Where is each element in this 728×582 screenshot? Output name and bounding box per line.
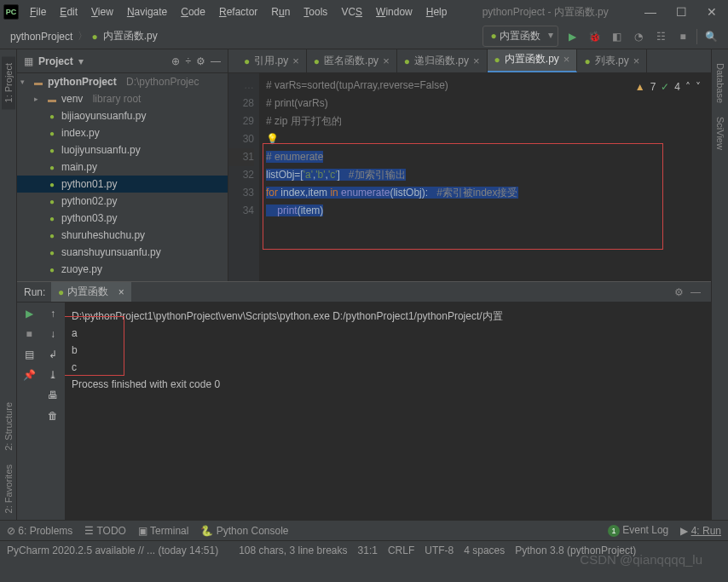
breadcrumb-file[interactable]: 内置函数.py [101,27,159,45]
expand-all-icon[interactable]: ÷ [185,55,191,67]
menu-navigate[interactable]: Navigate [121,3,173,20]
print-button[interactable]: 🖶 [48,389,58,401]
close-icon[interactable]: × [473,55,480,67]
status-chars: 108 chars, 3 line breaks [239,545,347,556]
minimize-button[interactable]: — [638,3,663,20]
menu-view[interactable]: View [85,3,119,20]
hide-panel-icon[interactable]: — [687,284,704,301]
breadcrumb-project[interactable]: pythonProject [9,29,74,44]
concurrency-button[interactable]: ☷ [652,28,669,45]
wrap-button[interactable]: ↲ [49,349,57,360]
tree-root[interactable]: ▾▬ pythonProject D:\pythonProjec [17,73,228,90]
tab-sciview[interactable]: SciView [714,110,727,157]
python-file-icon: ● [46,110,58,122]
bulb-icon[interactable]: 💡 [266,133,279,145]
tab-project[interactable]: 1: Project [2,56,15,109]
stop-button[interactable]: ■ [26,328,32,340]
menu-code[interactable]: Code [175,3,211,20]
breadcrumb: pythonProject 〉 ● 内置函数.py [9,27,159,45]
bottom-toolbar: ⊘ 6: Problems ☰ TODO ▣ Terminal 🐍 Python… [0,520,728,540]
menu-help[interactable]: Help [420,3,454,20]
chevron-down-icon[interactable]: ▾ [78,55,84,67]
tree-file[interactable]: ●python03.py [17,210,228,227]
close-icon[interactable]: × [118,286,124,298]
layout-button[interactable]: ▤ [25,349,34,360]
up-button[interactable]: ↑ [50,308,55,320]
run-tab[interactable]: ●内置函数 × [51,282,131,302]
menu-window[interactable]: Window [370,3,419,20]
menu-refactor[interactable]: Refactor [213,3,263,20]
editor-tab[interactable]: ●引用.py× [237,49,307,72]
coverage-button[interactable]: ◧ [608,28,625,45]
run-config-label: 内置函数 [500,30,540,42]
status-encoding[interactable]: UTF-8 [425,545,454,556]
tree-file[interactable]: ●bijiaoyunsuanfu.py [17,107,228,124]
tab-database[interactable]: Database [714,56,727,110]
menu-edit[interactable]: Edit [54,3,84,20]
tree-file[interactable]: ●index.py [17,124,228,141]
profile-button[interactable]: ◔ [630,28,647,45]
status-interpreter[interactable]: Python 3.8 (pythonProject) [515,545,636,556]
project-tree[interactable]: ▾▬ pythonProject D:\pythonProjec ▸▬ venv… [17,73,228,281]
tree-file-selected[interactable]: ●python01.py [17,176,228,193]
gear-icon[interactable]: ⚙ [196,55,205,67]
tab-run-bottom[interactable]: ▶ 4: Run [680,525,721,537]
editor-tabs: ●引用.py× ●匿名函数.py× ●递归函数.py× ●内置函数.py× ●列… [228,49,711,73]
status-position[interactable]: 31:1 [358,545,378,556]
select-opened-icon[interactable]: ⊕ [171,55,180,67]
tree-venv[interactable]: ▸▬ venv library root [17,90,228,107]
event-log[interactable]: 1 Event Log [608,524,668,537]
status-message[interactable]: PyCharm 2020.2.5 available // ... (today… [7,545,218,556]
tree-file[interactable]: ●luojiyunsuanfu.py [17,141,228,158]
debug-button[interactable]: 🐞 [586,28,603,45]
status-eol[interactable]: CRLF [388,545,414,556]
close-icon[interactable]: × [633,55,640,67]
tab-todo[interactable]: ☰ TODO [84,525,126,537]
tree-file[interactable]: ●main.py [17,158,228,176]
close-icon[interactable]: × [292,55,299,67]
editor-tab-active[interactable]: ●内置函数.py× [488,49,578,72]
chevron-up-icon[interactable]: ˄ [685,78,690,96]
down-button[interactable]: ↓ [50,328,55,340]
tab-structure[interactable]: 2: Structure [2,395,15,458]
editor-tab[interactable]: ●列表.py× [577,49,647,72]
rerun-button[interactable]: ▶ [26,308,33,320]
menu-tools[interactable]: Tools [298,3,333,20]
close-icon[interactable]: × [563,53,570,66]
maximize-button[interactable]: ☐ [668,3,694,20]
stop-button[interactable]: ■ [674,28,691,45]
console-output[interactable]: D:\pythonProject1\pythonProject\venv\Scr… [65,303,711,520]
menu-file[interactable]: File [24,3,52,20]
editor-tab[interactable]: ●匿名函数.py× [307,49,397,72]
trash-button[interactable]: 🗑 [48,410,58,422]
tree-file[interactable]: ●python02.py [17,193,228,210]
python-file-icon: ● [494,54,500,66]
search-button[interactable]: 🔍 [702,28,719,45]
menu-vcs[interactable]: VCS [335,3,368,20]
python-file-icon: ● [46,161,58,173]
pin-button[interactable]: 📌 [23,369,36,381]
tree-file[interactable]: ●zuoye.py [17,261,228,278]
close-button[interactable]: ✕ [699,3,725,20]
hide-panel-icon[interactable]: — [211,55,221,67]
editor-tab[interactable]: ●递归函数.py× [397,49,488,72]
run-config-select[interactable]: ● 内置函数 [482,26,558,47]
menu-run[interactable]: Run [265,3,296,20]
tab-favorites[interactable]: 2: Favorites [2,458,15,520]
scroll-button[interactable]: ⤓ [49,369,57,381]
run-toolbar-left: ▶ ■ ▤ 📌 [17,303,41,520]
status-indent[interactable]: 4 spaces [464,545,505,556]
editor[interactable]: … 282930 31323334 # varRs=sorted(tupArra… [228,73,711,281]
tab-python-console[interactable]: 🐍 Python Console [200,525,288,537]
tab-terminal[interactable]: ▣ Terminal [138,525,188,537]
code-area[interactable]: # varRs=sorted(tupArray,reverse=False) #… [259,73,711,281]
chevron-down-icon[interactable]: ˅ [696,78,701,96]
close-icon[interactable]: × [383,55,390,67]
run-button[interactable]: ▶ [563,28,581,45]
gear-icon[interactable]: ⚙ [670,284,687,301]
tree-file[interactable]: ●suanshuyunsuanfu.py [17,244,228,261]
tree-file[interactable]: ●shuruheshuchu.py [17,227,228,244]
project-dropdown-icon[interactable]: ▦ [24,55,33,67]
tab-problems[interactable]: ⊘ 6: Problems [7,525,72,537]
inspection-widget[interactable]: ▲7 ✓4 ˄˅ [635,78,701,96]
